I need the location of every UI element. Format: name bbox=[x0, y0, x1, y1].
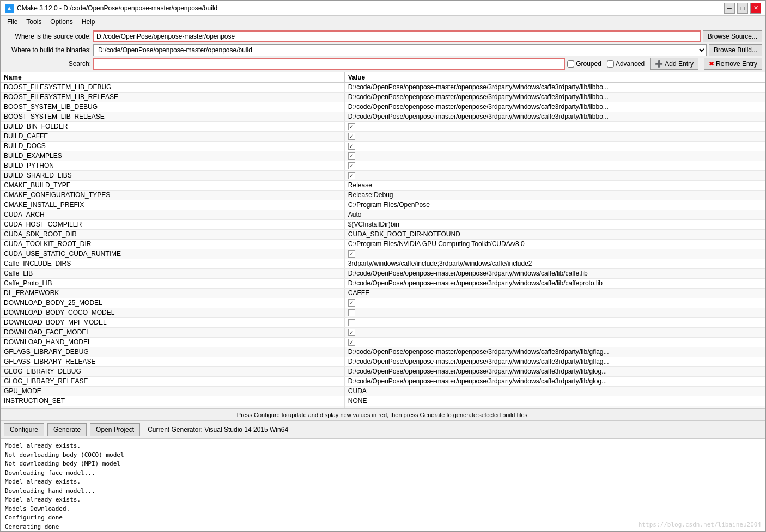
cell-name: CMAKE_INSTALL_PREFIX bbox=[1, 200, 345, 210]
table-row[interactable]: CUDA_USE_STATIC_CUDA_RUNTIME bbox=[1, 249, 765, 259]
table-row[interactable]: DOWNLOAD_FACE_MODEL bbox=[1, 328, 765, 338]
cell-value[interactable] bbox=[345, 249, 765, 259]
advanced-checkbox-label[interactable]: Advanced bbox=[607, 60, 645, 68]
table-row[interactable]: BUILD_PYTHON bbox=[1, 161, 765, 171]
log-line: Downloading face model... bbox=[5, 469, 761, 478]
cell-name: BUILD_BIN_FOLDER bbox=[1, 122, 345, 131]
grouped-checkbox-label[interactable]: Grouped bbox=[567, 60, 601, 68]
table-row[interactable]: GFLAGS_LIBRARY_DEBUGD:/code/OpenPose/ope… bbox=[1, 347, 765, 357]
table-body: BOOST_FILESYSTEM_LIB_DEBUGD:/code/OpenPo… bbox=[1, 83, 765, 409]
cell-name: DOWNLOAD_FACE_MODEL bbox=[1, 328, 345, 337]
table-row[interactable]: DOWNLOAD_HAND_MODEL bbox=[1, 338, 765, 347]
checkbox-cell[interactable] bbox=[348, 299, 355, 307]
checkbox-cell[interactable] bbox=[348, 329, 355, 336]
grouped-checkbox[interactable] bbox=[567, 60, 574, 68]
checkbox-cell[interactable] bbox=[348, 123, 355, 130]
table-row[interactable]: GFLAGS_LIBRARY_RELEASED:/code/OpenPose/o… bbox=[1, 357, 765, 367]
table-container[interactable]: Name Value BOOST_FILESYSTEM_LIB_DEBUGD:/… bbox=[1, 72, 765, 409]
table-row[interactable]: BUILD_CAFFE bbox=[1, 132, 765, 142]
table-row[interactable]: DOWNLOAD_BODY_MPI_MODEL bbox=[1, 318, 765, 328]
cell-name: GPU_MODE bbox=[1, 387, 345, 396]
cell-value[interactable] bbox=[345, 308, 765, 317]
table-row[interactable]: GPU_MODECUDA bbox=[1, 387, 765, 396]
browse-source-button[interactable]: Browse Source... bbox=[703, 30, 762, 42]
checkbox-cell[interactable] bbox=[348, 319, 355, 326]
configure-button[interactable]: Configure bbox=[4, 423, 44, 436]
table-row[interactable]: BUILD_DOCS bbox=[1, 142, 765, 151]
source-input[interactable] bbox=[93, 30, 701, 42]
add-entry-label: Add Entry bbox=[665, 60, 694, 68]
search-input[interactable] bbox=[93, 58, 565, 70]
table-row[interactable]: DOWNLOAD_BODY_25_MODEL bbox=[1, 298, 765, 308]
checkbox-cell[interactable] bbox=[348, 172, 355, 179]
browse-build-button[interactable]: Browse Build... bbox=[709, 44, 762, 56]
cell-value: C:/Program Files/NVIDIA GPU Computing To… bbox=[345, 240, 765, 249]
cell-name: GLOG_LIBRARY_RELEASE bbox=[1, 377, 345, 386]
table-row[interactable]: BUILD_EXAMPLES bbox=[1, 151, 765, 161]
table-row[interactable]: GLOG_LIBRARY_DEBUGD:/code/OpenPose/openp… bbox=[1, 367, 765, 377]
cell-value[interactable] bbox=[345, 132, 765, 141]
cell-value[interactable] bbox=[345, 298, 765, 308]
table-row[interactable]: Caffe_LIBD:/code/OpenPose/openpose-maste… bbox=[1, 269, 765, 279]
cell-name: CUDA_TOOLKIT_ROOT_DIR bbox=[1, 240, 345, 249]
minimize-button[interactable]: ─ bbox=[724, 3, 735, 14]
checkbox-cell[interactable] bbox=[348, 162, 355, 169]
checkbox-cell[interactable] bbox=[348, 309, 355, 316]
table-row[interactable]: BOOST_SYSTEM_LIB_DEBUGD:/code/OpenPose/o… bbox=[1, 102, 765, 112]
table-row[interactable]: CUDA_ARCHAuto bbox=[1, 210, 765, 220]
cell-value[interactable] bbox=[345, 142, 765, 151]
table-row[interactable]: CUDA_HOST_COMPILER$(VCInstallDir)bin bbox=[1, 220, 765, 230]
table-row[interactable]: BUILD_SHARED_LIBS bbox=[1, 171, 765, 181]
checkbox-cell[interactable] bbox=[348, 152, 355, 160]
cell-value[interactable] bbox=[345, 328, 765, 337]
log-watermark: https://blog.csdn.net/libaineu2004 bbox=[639, 521, 761, 530]
log-line: Not downloading body (MPI) model bbox=[5, 460, 761, 469]
cell-value[interactable] bbox=[345, 338, 765, 347]
table-row[interactable]: CMAKE_BUILD_TYPERelease bbox=[1, 181, 765, 191]
table-row[interactable]: GLOG_LIBRARY_RELEASED:/code/OpenPose/ope… bbox=[1, 377, 765, 387]
maximize-button[interactable]: □ bbox=[737, 3, 748, 14]
cell-value[interactable] bbox=[345, 122, 765, 131]
toolbar: Where is the source code: Browse Source.… bbox=[1, 28, 765, 72]
table-row[interactable]: CUDA_SDK_ROOT_DIRCUDA_SDK_ROOT_DIR-NOTFO… bbox=[1, 230, 765, 240]
menu-file[interactable]: File bbox=[3, 17, 22, 27]
cell-name: CUDA_HOST_COMPILER bbox=[1, 220, 345, 229]
menu-tools[interactable]: Tools bbox=[22, 17, 46, 27]
cell-value[interactable] bbox=[345, 318, 765, 327]
checkbox-cell[interactable] bbox=[348, 339, 355, 346]
advanced-checkbox[interactable] bbox=[607, 60, 614, 68]
checkbox-cell[interactable] bbox=[348, 143, 355, 150]
close-button[interactable]: ✕ bbox=[750, 3, 761, 14]
table-row[interactable]: BOOST_FILESYSTEM_LIB_RELEASED:/code/Open… bbox=[1, 93, 765, 102]
checkbox-cell[interactable] bbox=[348, 133, 355, 140]
cell-name: BOOST_SYSTEM_LIB_RELEASE bbox=[1, 112, 345, 121]
cell-value: D:/code/OpenPose/openpose-master/openpos… bbox=[345, 377, 765, 386]
table-row[interactable]: BOOST_SYSTEM_LIB_RELEASED:/code/OpenPose… bbox=[1, 112, 765, 122]
checkbox-cell[interactable] bbox=[348, 250, 355, 258]
table-row[interactable]: Caffe_INCLUDE_DIRS3rdparty/windows/caffe… bbox=[1, 259, 765, 269]
table-row[interactable]: CMAKE_INSTALL_PREFIXC:/Program Files/Ope… bbox=[1, 200, 765, 210]
cell-name: Caffe_Proto_LIB bbox=[1, 279, 345, 288]
table-row[interactable]: CMAKE_CONFIGURATION_TYPESRelease;Debug bbox=[1, 191, 765, 200]
remove-entry-button[interactable]: ✖ Remove Entry bbox=[704, 58, 762, 70]
menu-options[interactable]: Options bbox=[46, 17, 77, 27]
cell-name: DL_FRAMEWORK bbox=[1, 289, 345, 298]
open-project-button[interactable]: Open Project bbox=[90, 423, 140, 436]
cell-value[interactable] bbox=[345, 171, 765, 180]
table-row[interactable]: BUILD_BIN_FOLDER bbox=[1, 122, 765, 132]
cell-value[interactable] bbox=[345, 161, 765, 170]
log-area[interactable]: Model already exists.Not downloading bod… bbox=[1, 439, 765, 531]
generate-button[interactable]: Generate bbox=[47, 423, 87, 436]
cell-name: GLOG_LIBRARY_DEBUG bbox=[1, 367, 345, 376]
add-entry-button[interactable]: ➕ Add Entry bbox=[650, 58, 698, 70]
menu-help[interactable]: Help bbox=[77, 17, 100, 27]
table-row[interactable]: BOOST_FILESYSTEM_LIB_DEBUGD:/code/OpenPo… bbox=[1, 83, 765, 93]
table-row[interactable]: CUDA_TOOLKIT_ROOT_DIRC:/Program Files/NV… bbox=[1, 240, 765, 249]
table-row[interactable]: INSTRUCTION_SETNONE bbox=[1, 396, 765, 406]
table-row[interactable]: Caffe_Proto_LIBD:/code/OpenPose/openpose… bbox=[1, 279, 765, 289]
build-dropdown[interactable]: D:/code/OpenPose/openpose-master/openpos… bbox=[93, 44, 707, 56]
generator-text: Current Generator: Visual Studio 14 2015… bbox=[148, 426, 288, 433]
cell-value[interactable] bbox=[345, 151, 765, 161]
table-row[interactable]: DL_FRAMEWORKCAFFE bbox=[1, 289, 765, 298]
table-row[interactable]: DOWNLOAD_BODY_COCO_MODEL bbox=[1, 308, 765, 318]
